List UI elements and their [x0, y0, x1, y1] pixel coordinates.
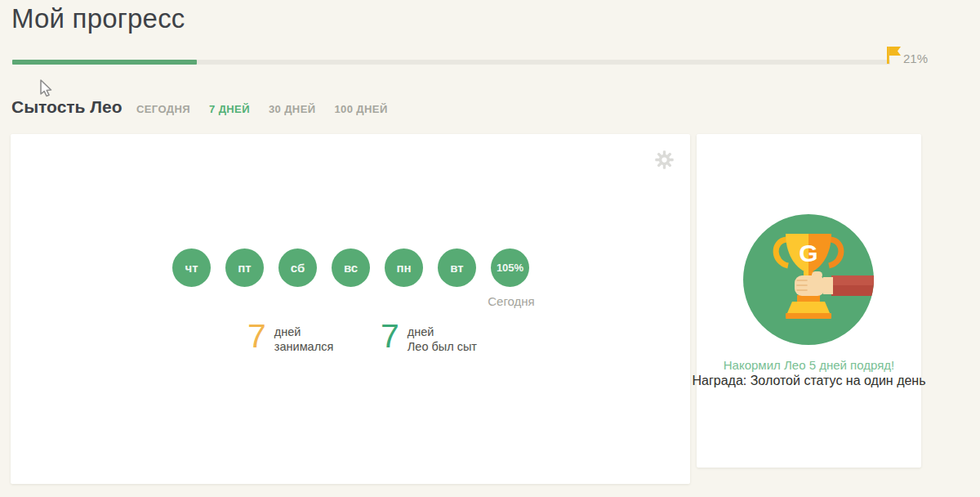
settings-gear-icon[interactable]	[654, 150, 675, 170]
stat-value: 7	[381, 319, 399, 353]
level-progress-fill	[12, 60, 197, 65]
day-percent-label: 105%	[497, 262, 523, 274]
today-label: Сегодня	[458, 294, 564, 308]
day-label: пт	[238, 261, 251, 275]
tab-30-days[interactable]: 30 ДНЕЙ	[269, 103, 316, 115]
day-circle: чт	[172, 248, 211, 287]
day-circle: пн	[385, 248, 423, 287]
stat-caption: дней Лео был сыт	[408, 319, 477, 354]
day-label: вс	[344, 261, 358, 275]
day-circles-row: чт пт сб вс пн вт 105%	[172, 248, 529, 287]
day-label: чт	[185, 261, 198, 275]
tab-7-days[interactable]: 7 ДНЕЙ	[209, 103, 250, 115]
stat-value: 7	[247, 319, 266, 353]
progress-percent-label: 21%	[903, 51, 928, 65]
goal-flag-icon	[887, 46, 903, 65]
reward-title: Накормил Лео 5 дней подряд!	[697, 358, 921, 372]
stat-days-leo-fed: 7 дней Лео был сыт	[381, 319, 477, 354]
day-label: вт	[450, 261, 463, 275]
stat-caption: дней занимался	[274, 319, 333, 354]
day-circle: вт	[438, 248, 476, 287]
day-circle-today: 105%	[491, 248, 529, 287]
reward-panel: G Накормил Лео 5 дней подряд! Награда: З…	[697, 134, 921, 468]
level-progress-track	[12, 60, 890, 65]
tab-today[interactable]: СЕГОДНЯ	[136, 103, 190, 115]
page-title: Мой прогресс	[11, 3, 185, 34]
trophy-illustration: G	[743, 214, 874, 345]
day-circle: сб	[278, 248, 317, 287]
period-tabs: СЕГОДНЯ 7 ДНЕЙ 30 ДНЕЙ 100 ДНЕЙ	[136, 103, 388, 115]
reward-subtitle: Награда: Золотой статус на один день	[692, 374, 925, 388]
day-label: пн	[396, 261, 411, 275]
day-label: сб	[291, 261, 305, 275]
tab-100-days[interactable]: 100 ДНЕЙ	[334, 103, 387, 115]
week-panel: чт пт сб вс пн вт 105% Сегодня 7 дней за…	[11, 134, 690, 484]
progress-page: Мой прогресс 21% Сытость Лео СЕГОДНЯ 7 Д…	[0, 0, 980, 497]
day-circle: вс	[332, 248, 370, 287]
trophy-letter: G	[799, 240, 817, 266]
trophy-badge: G	[743, 214, 874, 345]
stat-days-practiced: 7 дней занимался	[247, 319, 333, 354]
section-title: Сытость Лео	[11, 97, 122, 117]
day-circle: пт	[225, 248, 264, 287]
